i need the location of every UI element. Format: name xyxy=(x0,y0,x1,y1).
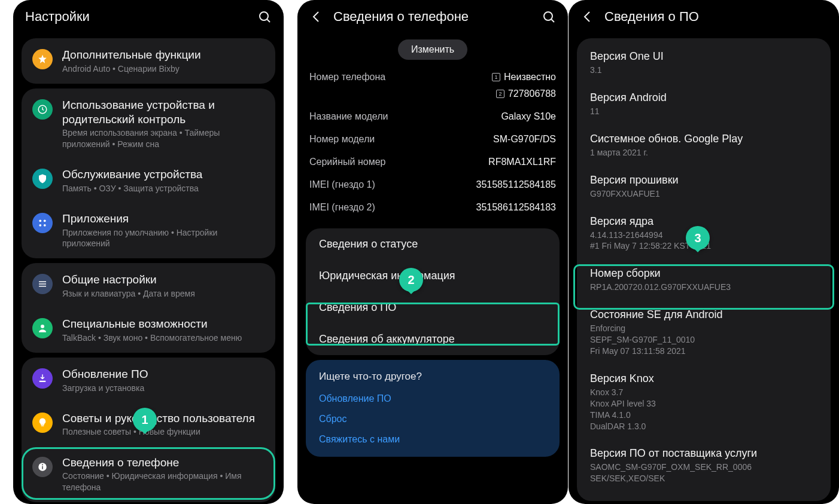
settings-item-subtitle: TalkBack • Звук моно • Вспомогательное м… xyxy=(62,332,265,343)
settings-item[interactable]: Специальные возможностиTalkBack • Звук м… xyxy=(22,308,275,353)
svg-rect-9 xyxy=(39,286,46,287)
svg-line-1 xyxy=(267,20,270,23)
suggestions-card: Ищете что-то другое? Обновление ПО Сброс… xyxy=(306,360,560,457)
info-value: Knox 3.7Knox API level 33TIMA 4.1.0DualD… xyxy=(590,387,817,432)
info-title: Номер сборки xyxy=(590,267,817,280)
settings-item-subtitle: Полезные советы • Новые функции xyxy=(62,426,265,437)
star-icon xyxy=(32,49,53,69)
settings-item[interactable]: ПриложенияПриложения по умолчанию • Наст… xyxy=(22,203,275,258)
step-marker-3: 3 xyxy=(686,226,710,250)
software-info-item[interactable]: Версия Android11 xyxy=(577,84,831,126)
info-value: 1 марта 2021 г. xyxy=(590,147,817,158)
svg-rect-7 xyxy=(39,281,46,282)
value: 351586112584183 xyxy=(476,202,556,213)
svg-point-5 xyxy=(39,224,41,227)
step-marker-2: 2 xyxy=(399,268,423,292)
link-software-info[interactable]: Сведения о ПО xyxy=(306,292,560,323)
info-title: Версия One UI xyxy=(590,50,817,63)
settings-item-title: Обновление ПО xyxy=(62,367,265,381)
info-value: 3.1 xyxy=(590,65,817,76)
settings-item-title: Советы и руководство пользователя xyxy=(62,411,265,426)
settings-item-title: Дополнительные функции xyxy=(62,48,265,62)
svg-point-4 xyxy=(44,219,46,222)
info-value: 11 xyxy=(590,106,817,117)
row-phone-number: Номер телефона 1Неизвестно xyxy=(297,66,568,88)
info-title: Версия ПО от поставщика услуги xyxy=(590,447,817,460)
settings-group: Использование устройства и родительский … xyxy=(22,88,275,258)
settings-item[interactable]: Общие настройкиЯзык и клавиатура • Дата … xyxy=(22,263,275,308)
software-info-card: Версия One UI3.1Версия Android11Системно… xyxy=(577,38,831,501)
shield-icon xyxy=(32,169,53,189)
link-battery[interactable]: Сведения об аккумуляторе xyxy=(306,323,560,355)
row-serial: Серийный номер RF8MA1XL1RF xyxy=(297,151,568,173)
settings-item-title: Сведения о телефоне xyxy=(62,456,265,470)
search-icon[interactable] xyxy=(542,10,556,24)
settings-group: Общие настройкиЯзык и клавиатура • Дата … xyxy=(22,263,275,353)
settings-item[interactable]: Обновление ПОЗагрузка и установка xyxy=(22,358,275,403)
link-legal[interactable]: Юридическая информация xyxy=(306,260,560,292)
software-info-item[interactable]: Номер сборкиRP1A.200720.012.G970FXXUAFUE… xyxy=(577,260,831,301)
info-value: G970FXXUAFUE1 xyxy=(590,188,817,200)
settings-item-title: Использование устройства и родительский … xyxy=(62,98,265,127)
value: RF8MA1XL1RF xyxy=(488,157,556,167)
settings-item-text: Использование устройства и родительский … xyxy=(62,98,265,149)
suggest-link-contact[interactable]: Свяжитесь с нами xyxy=(306,429,560,457)
label: Серийный номер xyxy=(309,157,385,167)
header: Настройки xyxy=(13,0,284,33)
sliders-icon xyxy=(32,274,53,294)
info-title: Версия Knox xyxy=(590,372,817,385)
label: Номер модели xyxy=(309,134,375,145)
settings-item-subtitle: Память • ОЗУ • Защита устройства xyxy=(62,183,265,194)
software-info-item[interactable]: Системное обнов. Google Play1 марта 2021… xyxy=(577,126,831,167)
settings-item-subtitle: Язык и клавиатура • Дата и время xyxy=(62,288,265,299)
info-value: RP1A.200720.012.G970FXXUAFUE3 xyxy=(590,282,817,293)
software-info-item[interactable]: Версия KnoxKnox 3.7Knox API level 33TIMA… xyxy=(577,365,831,441)
back-icon[interactable] xyxy=(309,10,324,24)
settings-item[interactable]: Сведения о телефонеСостояние • Юридическ… xyxy=(22,447,275,502)
value: 727806788 xyxy=(508,88,556,99)
settings-item[interactable]: Дополнительные функцииAndroid Auto • Сце… xyxy=(22,38,275,84)
settings-item-subtitle: Android Auto • Сценарии Bixby xyxy=(62,63,265,74)
svg-rect-8 xyxy=(39,283,46,285)
svg-point-15 xyxy=(544,12,552,20)
svg-rect-11 xyxy=(39,381,46,382)
download-icon xyxy=(32,368,53,389)
link-status[interactable]: Сведения о статусе xyxy=(306,228,560,260)
page-title: Сведения о телефоне xyxy=(333,9,542,25)
row-imei2: IMEI (гнездо 2) 351586112584183 xyxy=(297,196,568,219)
settings-item-text: ПриложенияПриложения по умолчанию • Наст… xyxy=(62,212,265,249)
suggest-link-update[interactable]: Обновление ПО xyxy=(306,389,560,409)
search-icon[interactable] xyxy=(257,10,272,24)
phone-screen-settings: Настройки Дополнительные функцииAndroid … xyxy=(13,0,284,504)
row-model-name: Название модели Galaxy S10e xyxy=(297,105,568,128)
label: IMEI (гнездо 2) xyxy=(309,202,375,213)
value: Неизвестно xyxy=(504,72,556,83)
row-phone-number-2: 2727806788 xyxy=(297,88,568,105)
settings-item[interactable]: Обслуживание устройстваПамять • ОЗУ • За… xyxy=(22,159,275,203)
phone-screen-about: Сведения о телефоне Изменить Номер телеф… xyxy=(297,0,568,504)
step-marker-1: 1 xyxy=(133,408,157,432)
edit-button[interactable]: Изменить xyxy=(398,39,467,60)
svg-rect-13 xyxy=(42,466,43,469)
info-title: Версия ядра xyxy=(590,215,817,228)
settings-item-text: Общие настройкиЯзык и клавиатура • Дата … xyxy=(62,273,265,299)
info-icon xyxy=(32,457,53,477)
settings-item[interactable]: Использование устройства и родительский … xyxy=(22,88,275,159)
back-icon[interactable] xyxy=(580,10,595,24)
settings-group: Дополнительные функцииAndroid Auto • Сце… xyxy=(22,38,275,84)
row-model-number: Номер модели SM-G970F/DS xyxy=(297,128,568,151)
sim2-icon: 2 xyxy=(496,90,504,98)
suggest-link-reset[interactable]: Сброс xyxy=(306,409,560,429)
sim1-icon: 1 xyxy=(492,73,500,81)
software-info-item[interactable]: Версия прошивкиG970FXXUAFUE1 xyxy=(577,167,831,208)
svg-point-14 xyxy=(42,464,43,465)
settings-item-title: Специальные возможности xyxy=(62,317,265,331)
software-info-item[interactable]: Состояние SE для AndroidEnforcingSEPF_SM… xyxy=(577,301,831,365)
software-info-item[interactable]: Версия One UI3.1 xyxy=(577,42,831,84)
header: Сведения о ПО xyxy=(569,0,839,33)
svg-point-10 xyxy=(41,325,44,328)
software-info-item[interactable]: Версия ПО от поставщика услугиSAOMC_SM-G… xyxy=(577,440,831,493)
settings-item-text: Сведения о телефонеСостояние • Юридическ… xyxy=(62,456,265,493)
settings-item-title: Обслуживание устройства xyxy=(62,167,265,182)
device-details: Номер телефона 1Неизвестно 2727806788 На… xyxy=(297,62,568,224)
